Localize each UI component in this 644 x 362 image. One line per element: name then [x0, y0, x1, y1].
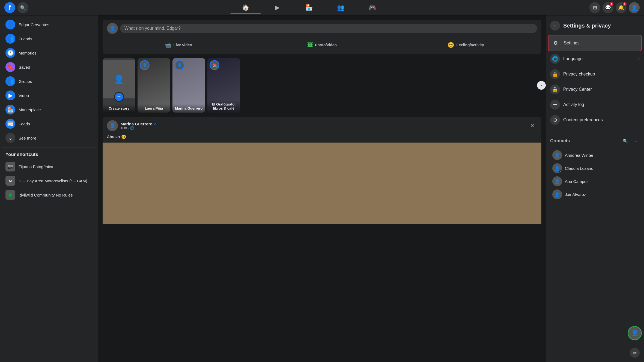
- language-chevron-icon: ›: [638, 57, 640, 61]
- post-image: [103, 143, 541, 224]
- settings-content-prefs-item[interactable]: ⊙ Content preferences: [548, 112, 642, 128]
- sidebar-memories-label: Memories: [19, 51, 37, 55]
- see-more-icon: ⌄: [5, 133, 15, 143]
- settings-settings-item[interactable]: ⚙ Settings: [548, 35, 642, 51]
- shortcut-tijuana[interactable]: 📷 Tijuana Fotogénica: [2, 159, 96, 174]
- settings-divider: [548, 130, 642, 130]
- contacts-search-icon: 🔍: [623, 138, 628, 144]
- settings-panel-title: Settings & privacy: [563, 23, 611, 29]
- nav-video[interactable]: ▶: [262, 1, 293, 14]
- idyllwild-avatar: 🌲: [5, 190, 15, 200]
- ana-avatar: 👤: [552, 176, 562, 186]
- settings-privacy-checkup-item[interactable]: 🔒 Privacy checkup: [548, 67, 642, 82]
- notifications-badge: 1: [622, 2, 627, 7]
- sidebar-divider: [2, 147, 96, 147]
- shortcut-sfbam[interactable]: 🏍 S.F. Bay Area Motorcyclists (SF BAM): [2, 174, 96, 188]
- messenger-badge: 1: [609, 2, 614, 7]
- post-header-actions: ⋯ ✕: [515, 121, 537, 131]
- contact-anndrea[interactable]: 👤 Anndrea Winter: [550, 149, 640, 162]
- activity-log-label: Activity log: [563, 102, 640, 107]
- stories-next-button[interactable]: ›: [537, 81, 546, 90]
- nav-home[interactable]: 🏠: [230, 1, 261, 14]
- sidebar-item-friends[interactable]: 👥 Friends: [2, 32, 96, 46]
- sidebar-user-label: Edgar Cervantes: [19, 22, 49, 27]
- post-close-button[interactable]: ✕: [527, 121, 537, 131]
- post-card: 👤 Marina Guerrero ✓ 10m · 🌐: [103, 117, 541, 224]
- nav-store[interactable]: 🏪: [294, 1, 324, 14]
- contacts-title: Contacts: [550, 138, 570, 144]
- photo-video-button[interactable]: 🖼 Photo/video: [251, 40, 393, 50]
- idyllwild-label: Idyllwild Community No Rules: [19, 193, 73, 197]
- user-avatar: 👤: [5, 20, 15, 29]
- sidebar-saved-label: Saved: [19, 65, 30, 70]
- settings-privacy-center-item[interactable]: 🔒 Privacy Center: [548, 82, 642, 97]
- back-arrow-icon: ←: [553, 23, 557, 29]
- tijuana-avatar: 📷: [5, 162, 15, 171]
- contact-ana[interactable]: 👤 Ana Campos: [550, 175, 640, 188]
- sidebar-item-saved[interactable]: 🔖 Saved: [2, 60, 96, 74]
- create-story-label: Create story: [103, 104, 135, 113]
- settings-back-button[interactable]: ←: [550, 21, 560, 31]
- notifications-button[interactable]: 🔔 1: [616, 2, 627, 13]
- contact-claudia[interactable]: 👤 Claudia Lozano: [550, 162, 640, 175]
- composer-input[interactable]: What's on your mind, Edgar?: [120, 24, 537, 33]
- main-layout: 👤 Edgar Cervantes 👥 Friends 🕐 Memories 🔖…: [0, 15, 644, 362]
- sidebar-item-groups[interactable]: 👥 Groups: [2, 74, 96, 88]
- contact-jair[interactable]: 👤 Jair Alvarez: [550, 188, 640, 201]
- facebook-logo[interactable]: f: [4, 2, 15, 13]
- sfbam-avatar: 🏍: [5, 176, 15, 186]
- topnav-center: 🏠 ▶ 🏪 👥 🎮: [230, 1, 387, 14]
- story-create[interactable]: 👤 + Create story: [103, 58, 135, 113]
- post-avatar: 👤: [107, 120, 118, 131]
- shortcut-idyllwild[interactable]: 🌲 Idyllwild Community No Rules: [2, 188, 96, 202]
- nav-gaming[interactable]: 🎮: [357, 1, 387, 14]
- post-author-info: 👤 Marina Guerrero ✓ 10m · 🌐: [107, 120, 157, 131]
- composer-actions: 📹 Live video 🖼 Photo/video 😊 Feeling/act…: [107, 37, 537, 50]
- contacts-search-button[interactable]: 🔍: [621, 137, 630, 145]
- sidebar-item-feeds[interactable]: 📰 Feeds: [2, 117, 96, 131]
- photo-icon: 🖼: [307, 42, 313, 48]
- story-laura[interactable]: 👤 Laura Piña: [138, 58, 170, 113]
- search-button[interactable]: 🔍: [17, 2, 28, 13]
- story-grafografo[interactable]: 📚 El Grafógrafo: libros & café: [207, 58, 240, 113]
- live-video-button[interactable]: 📹 Live video: [107, 40, 250, 50]
- post-composer: 👤 What's on your mind, Edgar? 📹 Live vid…: [103, 20, 541, 54]
- post-meta: 10m · 🌐: [121, 126, 157, 130]
- people-icon: 👥: [337, 4, 344, 11]
- messenger-button[interactable]: 💬 1: [603, 2, 613, 13]
- grid-button[interactable]: ⊞: [589, 2, 600, 13]
- nav-people[interactable]: 👥: [325, 1, 356, 14]
- claudia-name: Claudia Lozano: [565, 166, 593, 171]
- topnav: f 🔍 🏠 ▶ 🏪 👥 🎮 ⊞ 💬 1 🔔 1: [0, 0, 644, 15]
- account-icon: 👤: [631, 4, 638, 11]
- jair-name: Jair Alvarez: [565, 192, 586, 197]
- activity-log-icon: ☰: [550, 100, 560, 110]
- post-author-name-row: Marina Guerrero ✓: [121, 122, 157, 126]
- friends-icon: 👥: [5, 34, 15, 44]
- feeling-icon: 😊: [448, 42, 454, 48]
- account-avatar[interactable]: 👤: [629, 2, 640, 13]
- settings-language-item[interactable]: 🌐 Language ›: [548, 51, 642, 67]
- post-author-details: Marina Guerrero ✓ 10m · 🌐: [121, 122, 157, 130]
- grafografo-label: El Grafógrafo: libros & café: [207, 100, 240, 113]
- sidebar-item-memories[interactable]: 🕐 Memories: [2, 46, 96, 60]
- topnav-right: ⊞ 💬 1 🔔 1 👤: [589, 2, 640, 13]
- feeling-button[interactable]: 😊 Feeling/activity: [394, 40, 537, 50]
- contacts-more-button[interactable]: ⋯: [631, 137, 640, 145]
- stories-row: 👤 + Create story 👤 Laura Piña 👤 Marina G…: [103, 58, 541, 113]
- sidebar-item-video[interactable]: ▶ Video: [2, 88, 96, 102]
- composer-avatar: 👤: [107, 23, 118, 34]
- ana-name: Ana Campos: [565, 179, 589, 184]
- story-marina[interactable]: 👤 Marina Guerrero: [172, 58, 205, 113]
- sfbam-label: S.F. Bay Area Motorcyclists (SF BAM): [19, 179, 87, 183]
- floating-contact-avatar[interactable]: 👤: [628, 326, 642, 340]
- sidebar-item-see-more[interactable]: ⌄ See more: [2, 131, 96, 145]
- post-more-button[interactable]: ⋯: [515, 121, 525, 131]
- sidebar-item-user[interactable]: 👤 Edgar Cervantes: [2, 17, 96, 32]
- sidebar-item-marketplace[interactable]: 🏪 Marketplace: [2, 102, 96, 117]
- sidebar: 👤 Edgar Cervantes 👥 Friends 🕐 Memories 🔖…: [0, 15, 98, 362]
- photo-label: Photo/video: [315, 43, 337, 47]
- store-icon: 🏪: [305, 4, 313, 11]
- new-message-button[interactable]: ✏: [630, 348, 640, 358]
- settings-activity-log-item[interactable]: ☰ Activity log: [548, 97, 642, 112]
